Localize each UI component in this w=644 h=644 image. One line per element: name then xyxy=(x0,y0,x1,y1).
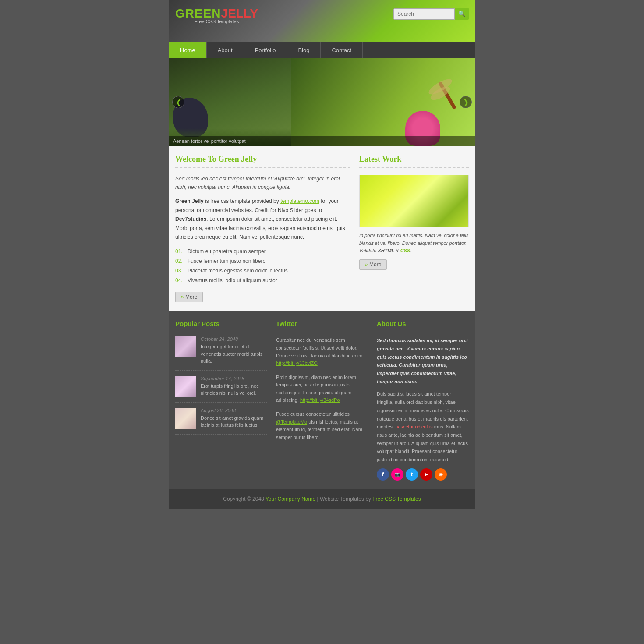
post-info: October 24, 2048 Integer eget tortor et … xyxy=(201,336,267,365)
search-icon: 🔍 xyxy=(458,11,465,17)
list-num: 01. xyxy=(175,248,183,255)
rss-icon[interactable]: ◉ xyxy=(435,468,447,481)
social-icons: f 📷 t ▶ ◉ xyxy=(377,468,469,481)
post-item: September 14, 2048 Erat turpis fringilla… xyxy=(175,376,267,403)
about-para2: Duis sagittis, lacus sit amet tempor fri… xyxy=(377,390,469,464)
logo-jelly: JELLY xyxy=(221,7,258,20)
post-text: Erat turpis fringilla orci, nec ulltrici… xyxy=(201,382,267,397)
list-num: 03. xyxy=(175,268,183,274)
nav-portfolio[interactable]: Portfolio xyxy=(244,42,287,58)
main-content: Welcome To Green Jelly Sed mollis leo ne… xyxy=(175,155,350,302)
twitter-col: Twitter Curabitur nec dui venenatis sem … xyxy=(276,320,368,480)
facebook-icon[interactable]: f xyxy=(377,468,389,481)
right-arrow-icon: ❯ xyxy=(463,98,469,106)
image-slider: ❮ ❯ Aenean tortor vel porttitor volutpat xyxy=(169,58,475,146)
green-jelly-text: Green Jelly xyxy=(175,198,204,204)
slider-prev-button[interactable]: ❮ xyxy=(172,96,184,108)
post-thumbnail xyxy=(175,376,196,397)
feature-list: 01. Dictum eu pharetra quam semper 02. F… xyxy=(175,247,350,285)
welcome-body: Green Jelly is free css template provide… xyxy=(175,197,350,241)
post-date: October 24, 2048 xyxy=(201,336,267,342)
slider-next-button[interactable]: ❯ xyxy=(460,96,472,108)
lower-section: Popular Posts October 24, 2048 Integer e… xyxy=(169,311,475,489)
dev7-text: Dev7studios xyxy=(175,216,206,222)
post-date: September 14, 2048 xyxy=(201,376,267,381)
footer: Copyright © 2048 Your Company Name | Web… xyxy=(169,489,475,509)
post-text: Integer eget tortor et elit venenatis au… xyxy=(201,343,267,365)
about-para1: Sed rhoncus sodales mi, id semper orci g… xyxy=(377,336,469,386)
list-item: 03. Placerat metus egestas sem dolor in … xyxy=(175,266,350,276)
twitter-icon[interactable]: t xyxy=(406,468,418,481)
post-info: September 14, 2048 Erat turpis fringilla… xyxy=(201,376,267,397)
post-item: August 26, 2048 Donec sit amet gravida q… xyxy=(175,408,267,435)
templatemo-link[interactable]: templatemo.com xyxy=(280,198,319,204)
slider-dragonfly xyxy=(291,58,475,146)
list-num: 02. xyxy=(175,258,183,264)
post-thumbnail xyxy=(175,408,196,429)
search-area: 🔍 xyxy=(393,8,469,20)
slider-birds xyxy=(169,58,307,146)
popular-posts-title: Popular Posts xyxy=(175,320,267,331)
twitter-title: Twitter xyxy=(276,320,368,331)
tweet-2: Proin dignissim, diam nec enim lorem tem… xyxy=(276,374,368,404)
nav-about[interactable]: About xyxy=(207,42,244,58)
about-us-col: About Us Sed rhoncus sodales mi, id semp… xyxy=(377,320,469,480)
tweet-link-1[interactable]: http://bit.ly/13bviZO xyxy=(276,361,318,366)
copyright-text: Copyright © 2048 xyxy=(223,496,264,502)
list-num: 04. xyxy=(175,277,183,283)
css-link[interactable]: CSS xyxy=(400,248,410,253)
post-info: August 26, 2048 Donec sit amet gravida q… xyxy=(201,408,267,429)
header: GREENJELLY Free CSS Templates 🔍 xyxy=(169,0,475,42)
post-thumbnail xyxy=(175,336,196,357)
logo: GREENJELLY Free CSS Templates xyxy=(175,7,258,24)
left-arrow-icon: ❮ xyxy=(176,98,181,106)
flickr-icon[interactable]: 📷 xyxy=(391,468,403,481)
twitter-mention[interactable]: @TemplateMo xyxy=(276,419,307,425)
welcome-intro: Sed mollis leo nec est tempor interdum e… xyxy=(175,175,350,191)
welcome-more-button[interactable]: More xyxy=(175,292,203,302)
slider-caption: Aenean tortor vel porttitor volutpat xyxy=(169,136,475,146)
search-button[interactable]: 🔍 xyxy=(455,8,469,20)
company-link[interactable]: Your Company Name xyxy=(265,496,315,502)
about-us-title: About Us xyxy=(377,320,469,331)
nav-home[interactable]: Home xyxy=(169,42,207,58)
list-item: 01. Dictum eu pharetra quam semper xyxy=(175,247,350,256)
tweet-link-2[interactable]: http://bit.ly/34sdPo xyxy=(300,397,340,403)
nav-blog[interactable]: Blog xyxy=(287,42,321,58)
work-more-button[interactable]: More xyxy=(359,259,387,270)
search-input[interactable] xyxy=(393,8,455,20)
popular-posts-col: Popular Posts October 24, 2048 Integer e… xyxy=(175,320,267,480)
tweet-1: Curabitur nec dui venenatis sem consecte… xyxy=(276,336,368,367)
list-item: 02. Fusce fermentum justo non libero xyxy=(175,256,350,266)
work-caption: In porta tincidunt mi eu mattis. Nam vel… xyxy=(359,232,469,255)
latest-work-title: Latest Work xyxy=(359,155,469,168)
list-item: 04. Vivamus mollis, odio ut aliquam auct… xyxy=(175,276,350,285)
footer-separator: | Website Templates by xyxy=(317,496,373,502)
youtube-icon[interactable]: ▶ xyxy=(420,468,432,481)
nav-contact[interactable]: Contact xyxy=(321,42,363,58)
logo-green: GREEN xyxy=(175,7,221,20)
sidebar: Latest Work In porta tincidunt mi eu mat… xyxy=(359,155,469,302)
navigation: Home About Portfolio Blog Contact xyxy=(169,42,475,58)
xhtml-text: XHTML xyxy=(378,248,394,253)
tweet-3: Fusce cursus consectetur ulltricies @Tem… xyxy=(276,410,368,441)
content-area: Welcome To Green Jelly Sed mollis leo ne… xyxy=(169,146,475,311)
welcome-title: Welcome To Green Jelly xyxy=(175,155,350,168)
post-date: August 26, 2048 xyxy=(201,408,267,413)
free-css-link[interactable]: Free CSS Templates xyxy=(372,496,421,502)
post-item: October 24, 2048 Integer eget tortor et … xyxy=(175,336,267,371)
post-text: Donec sit amet gravida quam lacinia at l… xyxy=(201,414,267,429)
work-thumbnail xyxy=(359,175,469,227)
nascetur-link[interactable]: nascetur ridiculus xyxy=(395,424,433,429)
